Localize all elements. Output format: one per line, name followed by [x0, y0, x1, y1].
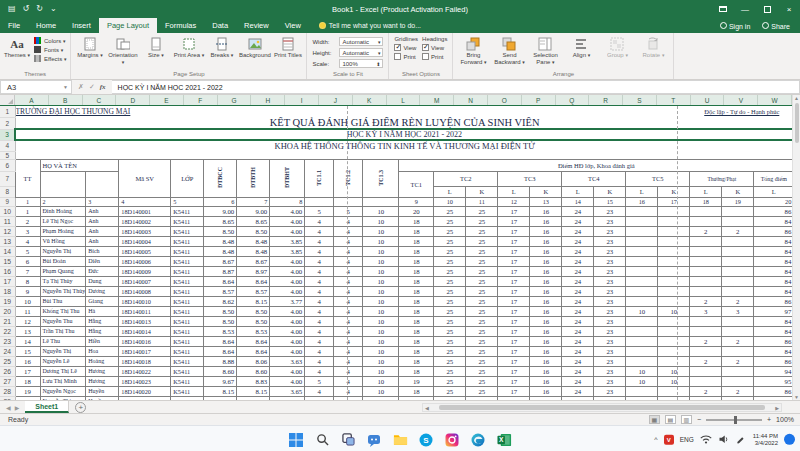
cell[interactable]: 18D140020 — [119, 386, 171, 396]
cell[interactable]: 4.00 — [270, 336, 305, 346]
cell[interactable]: 4.00 — [270, 216, 305, 226]
cell[interactable]: 16 — [530, 386, 562, 396]
column-header-C[interactable]: C — [83, 95, 117, 105]
ribbon-tab-view[interactable]: View — [277, 18, 309, 33]
cell[interactable]: 17 — [498, 306, 530, 316]
sheet-tab-sheet1[interactable]: Sheet1 — [25, 401, 69, 413]
cell[interactable]: 9.67 — [204, 376, 237, 386]
cell[interactable]: 4 — [305, 236, 334, 246]
cell[interactable]: 25 — [466, 286, 498, 296]
cell[interactable]: 25 — [466, 216, 498, 226]
antivirus-icon[interactable]: V — [664, 435, 674, 445]
cell[interactable]: 4 — [305, 336, 334, 346]
cell[interactable]: 8 — [15, 276, 40, 286]
cell[interactable]: Hằng — [86, 316, 119, 326]
scroll-left-icon[interactable]: ◀ — [423, 405, 431, 411]
cell[interactable]: 4.00 — [270, 376, 305, 386]
cell[interactable] — [626, 356, 658, 366]
normal-view-button[interactable]: ▦ — [649, 415, 660, 424]
save-icon[interactable]: ▤ — [8, 5, 16, 13]
cell[interactable]: 24 — [562, 236, 594, 246]
maximize-button[interactable] — [756, 0, 778, 18]
cell[interactable]: 20 — [399, 206, 434, 216]
cell[interactable]: 25 — [466, 376, 498, 386]
share-button[interactable]: Share — [762, 22, 790, 30]
cell[interactable]: Bùi Thu — [40, 296, 86, 306]
column-header-P[interactable]: P — [522, 95, 556, 105]
column-header-I[interactable]: I — [285, 95, 319, 105]
cell[interactable]: 4 — [334, 376, 363, 386]
cell[interactable]: 16 — [530, 256, 562, 266]
cell[interactable]: 4 — [334, 216, 363, 226]
row-number[interactable]: 2 — [0, 117, 15, 129]
cell[interactable]: 12 — [498, 197, 530, 206]
cell[interactable]: Dung — [86, 276, 119, 286]
cell[interactable]: 25 — [434, 326, 466, 336]
cell[interactable]: 18 — [399, 216, 434, 226]
table-header-cell[interactable]: L — [754, 186, 794, 197]
cell[interactable]: Giang — [86, 296, 119, 306]
table-header-cell[interactable] — [86, 171, 119, 197]
cell[interactable]: 16 — [530, 306, 562, 316]
cell[interactable] — [626, 206, 658, 216]
cell[interactable]: 4.00 — [270, 256, 305, 266]
cell[interactable]: 17 — [498, 376, 530, 386]
cell[interactable]: K5411 — [171, 286, 204, 296]
cell[interactable]: 17 — [498, 316, 530, 326]
cell[interactable]: 17 — [498, 336, 530, 346]
cell[interactable]: 4.00 — [270, 286, 305, 296]
cell[interactable]: 8.65 — [237, 216, 270, 226]
row-number[interactable]: 14 — [0, 246, 15, 256]
cell[interactable]: 8.88 — [204, 356, 237, 366]
cell[interactable]: 4.00 — [270, 266, 305, 276]
cell[interactable]: 4.00 — [270, 366, 305, 376]
row-number[interactable]: 15 — [0, 256, 15, 266]
table-header-cell[interactable]: Điểm HĐ lớp, Khoa đánh giá — [399, 159, 794, 171]
align-button[interactable]: Align ▾ — [563, 34, 599, 59]
cell[interactable] — [722, 266, 754, 276]
cell[interactable]: 10 — [626, 376, 658, 386]
cell[interactable]: 8.48 — [237, 236, 270, 246]
size-button[interactable]: Size ▾ — [139, 34, 172, 59]
cell[interactable] — [658, 336, 690, 346]
row-number[interactable]: 18 — [0, 286, 15, 296]
cell[interactable]: Dương — [86, 286, 119, 296]
column-header-R[interactable]: R — [589, 95, 623, 105]
vertical-scroll-thumb[interactable] — [795, 103, 799, 143]
cell[interactable]: 4 — [334, 226, 363, 236]
cell[interactable]: 4 — [305, 226, 334, 236]
cell[interactable]: 95 — [754, 376, 794, 386]
cell[interactable]: Anh — [86, 206, 119, 216]
row-number[interactable]: 7 — [0, 171, 15, 186]
cell[interactable]: 18 — [399, 306, 434, 316]
cell[interactable]: 97 — [754, 306, 794, 316]
report-title-cell[interactable]: KẾT QUẢ ĐÁNH GIÁ ĐIỂM RÈN LUYỆN CỦA SINH… — [15, 117, 794, 129]
cell[interactable] — [626, 276, 658, 286]
cell[interactable]: 18D140010 — [119, 296, 171, 306]
cell[interactable]: 86 — [754, 296, 794, 306]
table-header-cell[interactable]: TT — [15, 159, 40, 197]
horizontal-scrollbar[interactable]: ◀ ▶ — [422, 403, 782, 412]
undo-icon[interactable]: ↺ — [23, 5, 30, 13]
cell[interactable]: 25 — [466, 226, 498, 236]
cell[interactable]: 17 — [498, 226, 530, 236]
cell[interactable]: 18D140022 — [119, 366, 171, 376]
row-number[interactable]: 26 — [0, 366, 15, 376]
table-header-cell[interactable]: L — [626, 186, 658, 197]
cell[interactable]: 94 — [754, 366, 794, 376]
cell[interactable]: 8.67 — [237, 256, 270, 266]
cell[interactable]: 18 — [399, 256, 434, 266]
cell[interactable]: 25 — [434, 236, 466, 246]
cell[interactable] — [690, 246, 722, 256]
cell[interactable]: 4 — [305, 346, 334, 356]
column-header-A[interactable]: A — [15, 95, 49, 105]
cell[interactable] — [399, 106, 690, 117]
cell[interactable]: 17 — [498, 216, 530, 226]
cancel-icon[interactable]: ✗ — [78, 83, 84, 91]
name-box[interactable]: A3▼ — [0, 80, 72, 94]
column-header-E[interactable]: E — [150, 95, 184, 105]
cell[interactable]: 8.83 — [237, 376, 270, 386]
cell[interactable]: 25 — [466, 346, 498, 356]
cell[interactable]: Hằng — [86, 326, 119, 336]
cell[interactable] — [363, 197, 399, 206]
